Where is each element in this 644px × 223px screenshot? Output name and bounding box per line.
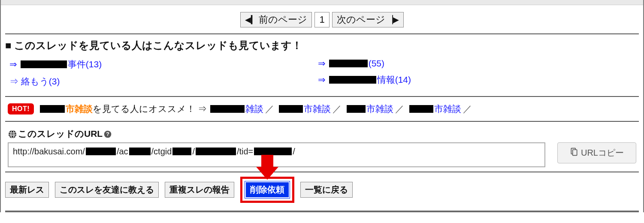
redacted-text <box>329 60 368 67</box>
hot-separator: ／ <box>265 104 274 114</box>
url-label-text: このスレッドのURL <box>18 128 103 140</box>
next-page-label: 次のページ <box>337 13 385 26</box>
redacted-text <box>21 60 67 68</box>
related-item: ⇒ (55) <box>318 56 626 71</box>
arrow-right-icon: ▕▶ <box>387 15 399 24</box>
hot-suffix: を見てる人にオススメ！ ⇒ <box>93 104 207 114</box>
hot-link[interactable]: 市雑談 <box>346 104 393 114</box>
arrow-icon: ⇒ <box>318 58 328 68</box>
pager: ◀▎ 前のページ 1 次のページ ▕▶ <box>5 8 639 34</box>
delete-highlight-box: 削除依頼 <box>240 177 294 203</box>
svg-text:?: ? <box>106 132 109 138</box>
svg-rect-6 <box>573 150 577 155</box>
top-banner-strip <box>1 0 643 5</box>
arrow-icon: ⇒ <box>9 59 20 69</box>
hot-recommendations: HOT! 市雑談を見てる人にオススメ！ ⇒ 雑談／ 市雑談／ 市雑談／ 市雑談／ <box>5 97 639 122</box>
arrow-icon: ⇒ <box>9 76 21 86</box>
redacted-text <box>409 105 433 113</box>
arrow-icon: ⇒ <box>318 75 328 84</box>
copy-url-label: URLコピー <box>581 147 624 159</box>
back-to-list-button[interactable]: 一覧に戻る <box>300 182 353 198</box>
attention-arrow-icon <box>254 152 280 182</box>
related-item: ⇒ 事件(13) <box>9 56 318 73</box>
latest-reply-button[interactable]: 最新レス <box>5 182 49 198</box>
related-threads: ⇒ 事件(13) ⇒ 絡もう(3) ⇒ (55) ⇒ 情報(14) <box>5 56 639 97</box>
current-page-number: 1 <box>314 12 329 27</box>
action-button-row: 最新レス このスレを友達に教える 重複スレの報告 削除依頼 一覧に戻る <box>5 172 639 212</box>
related-link[interactable]: 情報(14) <box>328 75 411 84</box>
url-section: このスレッドのURL ? http://bakusai.com//ac/ctgi… <box>5 122 639 172</box>
redacted-text <box>40 105 65 113</box>
redacted-text <box>210 105 245 113</box>
redacted-text <box>347 105 366 113</box>
globe-icon <box>8 129 17 139</box>
related-link[interactable]: 事件(13) <box>20 59 102 69</box>
related-item: ⇒ 情報(14) <box>318 71 626 88</box>
hot-separator: ／ <box>463 104 472 114</box>
related-link[interactable]: (55) <box>328 58 384 68</box>
prev-page-button[interactable]: ◀▎ 前のページ <box>240 12 312 27</box>
redacted-text <box>329 76 376 84</box>
related-heading: ■ このスレッドを見ている人はこんなスレッドも見ています！ <box>5 34 639 56</box>
hot-badge: HOT! <box>8 103 34 115</box>
hot-link[interactable]: 市雑談 <box>278 104 331 114</box>
report-duplicate-button[interactable]: 重複スレの報告 <box>165 182 234 198</box>
help-icon[interactable]: ? <box>103 129 112 139</box>
related-item: ⇒ 絡もう(3) <box>9 73 318 90</box>
hot-separator: ／ <box>333 104 342 114</box>
copy-icon <box>570 148 578 158</box>
delete-request-button[interactable]: 削除依頼 <box>245 181 290 198</box>
hot-separator: ／ <box>395 104 404 114</box>
tell-friend-button[interactable]: このスレを友達に教える <box>55 182 159 198</box>
hot-link[interactable]: 雑談 <box>209 104 263 114</box>
next-page-button[interactable]: 次のページ ▕▶ <box>332 12 404 27</box>
arrow-left-icon: ◀▎ <box>245 15 257 24</box>
hot-link[interactable]: 市雑談 <box>408 104 461 114</box>
copy-url-button[interactable]: URLコピー <box>557 142 636 163</box>
hot-category: 市雑談 <box>66 104 93 114</box>
redacted-text <box>279 105 303 113</box>
prev-page-label: 前のページ <box>259 13 307 26</box>
related-link[interactable]: 絡もう(3) <box>21 76 60 86</box>
